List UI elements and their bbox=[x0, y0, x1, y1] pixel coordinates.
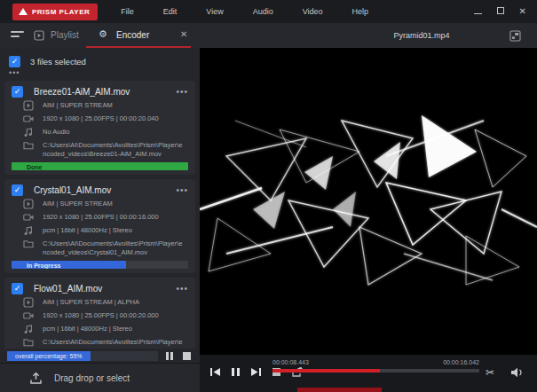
video-camera-icon bbox=[23, 212, 34, 223]
menu-edit[interactable]: Edit bbox=[163, 7, 178, 16]
file-checkbox[interactable]: ✓ bbox=[12, 184, 23, 196]
codec-row: AIM | SUPER STREAM bbox=[12, 100, 188, 111]
trim-scissors-icon[interactable]: ✂ bbox=[486, 366, 494, 379]
minimize-button[interactable] bbox=[474, 7, 482, 16]
audio-note-icon bbox=[23, 324, 34, 334]
folder-icon bbox=[23, 140, 34, 151]
menu-icon[interactable] bbox=[11, 31, 24, 40]
pip-detach-icon[interactable] bbox=[509, 30, 521, 42]
codec-info: AIM | SUPER STREAM | ALPHA bbox=[43, 297, 139, 307]
path-row: C:\Users\AI\Documents\Avolites\Prism\Pla… bbox=[12, 140, 188, 158]
video-info: 1920 x 1080 | 25.00FPS | 00:00:16.000 bbox=[43, 212, 159, 222]
encoder-panel: ✓ 3 files selected ••• ✓ Breeze01-AiM_AI… bbox=[0, 48, 200, 392]
current-time: 00:00:08.443 bbox=[272, 359, 309, 365]
codec-info: AIM | SUPER STREAM bbox=[43, 100, 113, 110]
selection-summary-row: ✓ 3 files selected bbox=[0, 48, 200, 68]
drop-zone-label: Drag drop or select bbox=[54, 373, 130, 383]
file-name: Breeze01-AiM_AIM.mov bbox=[34, 87, 130, 97]
video-preview bbox=[200, 48, 537, 355]
menu-bar: FileEditViewAudioVideoHelp bbox=[121, 7, 368, 16]
file-more-options-icon[interactable]: ••• bbox=[176, 87, 188, 97]
file-status-label: In Progress bbox=[27, 262, 61, 268]
app-name: PRISM PLAYER bbox=[32, 8, 90, 16]
close-window-button[interactable]: ✕ bbox=[519, 7, 526, 16]
stop-encode-button[interactable] bbox=[183, 352, 191, 360]
file-status-label: Done bbox=[27, 163, 43, 169]
path-row: C:\Users\AI\Documents\Avolites\Prism\Pla… bbox=[12, 239, 188, 256]
video-info-row: 1920 x 1080 | 25.00FPS | 00:00:20.000 bbox=[12, 310, 188, 321]
transport-bar: 00:00:08.443 00:00:16.042 ✂ bbox=[200, 355, 537, 392]
file-more-options-icon[interactable]: ••• bbox=[176, 284, 188, 294]
file-card: ✓ Breeze01-AiM_AIM.mov ••• AIM | SUPER S… bbox=[4, 81, 195, 175]
video-info: 1920 x 1080 | 25.00FPS | 00:00:20.000 bbox=[43, 310, 159, 320]
file-checkbox[interactable]: ✓ bbox=[12, 283, 23, 294]
video-info-row: 1920 x 1080 | 25.00FPS | 00:00:16.000 bbox=[12, 212, 188, 223]
skip-start-button[interactable] bbox=[209, 365, 222, 378]
video-camera-icon bbox=[23, 310, 34, 321]
encoder-gear-icon: ⚙ bbox=[99, 28, 107, 40]
window-controls: ✕ bbox=[474, 7, 526, 16]
codec-row: AIM | SUPER STREAM bbox=[12, 199, 188, 209]
file-status-track: In Progress bbox=[12, 261, 188, 269]
tab-encoder[interactable]: Encoder bbox=[116, 30, 149, 40]
file-more-options-icon[interactable]: ••• bbox=[176, 185, 188, 195]
bottom-progress-strip bbox=[297, 388, 382, 392]
overall-progress-track: overall percentage: 55% bbox=[7, 351, 158, 361]
codec-icon bbox=[23, 100, 34, 111]
audio-note-icon bbox=[23, 225, 34, 236]
file-name: Flow01_AIM.mov bbox=[34, 284, 102, 294]
seekbar-fill bbox=[272, 369, 380, 372]
overall-progress-label: overall percentage: 55% bbox=[15, 353, 83, 359]
audio-info: No Audio bbox=[43, 127, 69, 137]
menu-video[interactable]: Video bbox=[303, 7, 323, 16]
menu-view[interactable]: View bbox=[206, 7, 223, 16]
overall-progress-fill: overall percentage: 55% bbox=[7, 351, 91, 361]
audio-info-row: No Audio bbox=[12, 127, 188, 137]
title-bar: PRISM PLAYER FileEditViewAudioVideoHelp … bbox=[0, 0, 537, 23]
pause-button[interactable] bbox=[229, 365, 242, 378]
more-options-icon[interactable]: ••• bbox=[0, 68, 200, 76]
video-camera-icon bbox=[23, 114, 34, 124]
prism-triangle-icon bbox=[19, 8, 28, 15]
codec-icon bbox=[23, 199, 34, 209]
codec-info: AIM | SUPER STREAM bbox=[43, 199, 113, 208]
total-time: 00:00:16.042 bbox=[443, 359, 479, 365]
audio-info-row: pcm | 16bit | 48000Hz | Stereo bbox=[12, 225, 188, 236]
seekbar[interactable] bbox=[272, 369, 479, 372]
upload-icon bbox=[29, 372, 43, 385]
file-path: C:\Users\AI\Documents\Avolites\Prism\Pla… bbox=[43, 140, 183, 158]
file-status-track: Done bbox=[12, 162, 188, 170]
app-logo: PRISM PLAYER bbox=[12, 4, 98, 20]
tab-playlist[interactable]: Playlist bbox=[51, 30, 79, 40]
tab-bar: Playlist ⚙ Encoder ✕ Pyramid01.mp4 bbox=[0, 23, 537, 48]
playlist-icon bbox=[34, 30, 44, 41]
tab-close-icon[interactable]: ✕ bbox=[180, 29, 187, 39]
seek-area: 00:00:08.443 00:00:16.042 bbox=[272, 359, 479, 372]
menu-audio[interactable]: Audio bbox=[253, 7, 273, 16]
video-frame-art bbox=[200, 103, 537, 293]
pause-encode-button[interactable] bbox=[166, 348, 175, 364]
menu-help[interactable]: Help bbox=[352, 7, 369, 16]
video-info-row: 1920 x 1080 | 25.00FPS | 00:00:20.040 bbox=[12, 114, 188, 124]
codec-row: AIM | SUPER STREAM | ALPHA bbox=[12, 297, 188, 308]
audio-info: pcm | 16bit | 48000Hz | Stereo bbox=[43, 225, 132, 235]
selection-summary: 3 files selected bbox=[30, 57, 86, 67]
volume-icon[interactable] bbox=[510, 366, 525, 379]
codec-icon bbox=[23, 297, 34, 308]
drop-zone[interactable]: Drag drop or select bbox=[0, 363, 200, 392]
maximize-button[interactable] bbox=[497, 7, 504, 16]
file-list: ✓ Breeze01-AiM_AIM.mov ••• AIM | SUPER S… bbox=[0, 81, 200, 372]
video-info: 1920 x 1080 | 25.00FPS | 00:00:20.040 bbox=[43, 114, 159, 123]
overall-progress-row: overall percentage: 55% bbox=[0, 349, 200, 363]
menu-file[interactable]: File bbox=[121, 7, 134, 16]
file-name: Crystal01_AIM.mov bbox=[34, 185, 111, 195]
folder-icon bbox=[23, 239, 34, 249]
select-all-checkbox[interactable]: ✓ bbox=[9, 56, 20, 67]
audio-info-row: pcm | 16bit | 48000Hz | Stereo bbox=[12, 324, 188, 334]
file-path: C:\Users\AI\Documents\Avolites\Prism\Pla… bbox=[43, 239, 183, 256]
file-card: ✓ Crystal01_AIM.mov ••• AIM | SUPER STRE… bbox=[4, 179, 195, 273]
file-checkbox[interactable]: ✓ bbox=[12, 86, 23, 98]
audio-note-icon bbox=[23, 127, 34, 137]
skip-end-button[interactable] bbox=[249, 365, 263, 378]
video-title: Pyramid01.mp4 bbox=[364, 31, 479, 40]
